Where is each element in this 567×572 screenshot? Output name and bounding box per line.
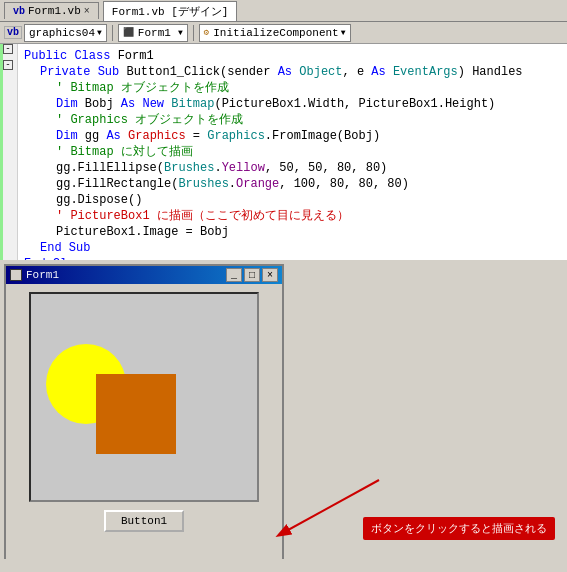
green-bar xyxy=(0,44,3,260)
button1-label: Button1 xyxy=(121,515,167,527)
toolbar-separator xyxy=(112,25,113,41)
dropdown-method-value: InitializeComponent xyxy=(213,27,338,39)
tab-form1-vb[interactable]: vb Form1.vb × xyxy=(4,2,99,19)
form-window-icon xyxy=(10,269,22,281)
form-icon: ⬛ xyxy=(123,27,134,38)
form-panel: Form1 _ □ × Button1 xyxy=(0,260,567,572)
kw-public: Public xyxy=(24,48,67,64)
class-name: Form1 xyxy=(118,48,154,64)
tab-label-design: Form1.vb [デザイン] xyxy=(112,4,229,19)
code-lines: Public Class Form1 Private Sub Button1_C… xyxy=(20,48,567,260)
tab-close-icon[interactable]: × xyxy=(84,6,90,17)
tab-label-form1: Form1.vb xyxy=(28,5,81,17)
minus-icon-sub[interactable]: - xyxy=(3,60,13,70)
dropdown-project[interactable]: graphics04 ▼ xyxy=(24,24,107,42)
editor-toolbar: vb graphics04 ▼ ⬛ Form1 ▼ ⚙ InitializeCo… xyxy=(0,22,567,44)
toolbar-separator2 xyxy=(193,25,194,41)
minus-icon-class[interactable]: - xyxy=(3,44,13,54)
form-title: Form1 xyxy=(26,269,59,281)
method-icon: ⚙ xyxy=(204,27,209,38)
annotation-bubble: ボタンをクリックすると描画される xyxy=(363,517,555,540)
code-line-14: End Class xyxy=(24,256,563,260)
code-line-10: gg.Dispose() xyxy=(24,192,563,208)
code-line-9: gg.FillRectangle(Brushes.Orange, 100, 80… xyxy=(24,176,563,192)
dropdown-project-value: graphics04 xyxy=(29,27,95,39)
chevron-down-icon2: ▼ xyxy=(178,28,183,37)
vb-toolbar-icon: vb xyxy=(4,26,22,39)
vb-icon: vb xyxy=(13,6,25,17)
code-line-5: ' Graphics オブジェクトを作成 xyxy=(24,112,563,128)
form-title-buttons: _ □ × xyxy=(226,268,278,282)
rectangle-shape xyxy=(96,374,176,454)
form-titlebar: Form1 _ □ × xyxy=(6,266,282,284)
dropdown-form-value: Form1 xyxy=(138,27,171,39)
close-button[interactable]: × xyxy=(262,268,278,282)
kw-class: Class xyxy=(74,48,110,64)
button1[interactable]: Button1 xyxy=(104,510,184,532)
minimize-button[interactable]: _ xyxy=(226,268,242,282)
code-line-2: Private Sub Button1_Click(sender As Obje… xyxy=(24,64,563,80)
code-line-12: PictureBox1.Image = Bobj xyxy=(24,224,563,240)
annotation-text: ボタンをクリックすると描画される xyxy=(371,523,547,535)
line-indicator: - - xyxy=(0,44,18,260)
dropdown-method[interactable]: ⚙ InitializeComponent ▼ xyxy=(199,24,351,42)
chevron-down-icon: ▼ xyxy=(97,28,102,37)
code-line-8: gg.FillEllipse(Brushes.Yellow, 50, 50, 8… xyxy=(24,160,563,176)
code-editor[interactable]: - - Public Class Form1 Private Sub Butto… xyxy=(0,44,567,260)
code-line-3: ' Bitmap オブジェクトを作成 xyxy=(24,80,563,96)
dropdown-form[interactable]: ⬛ Form1 ▼ xyxy=(118,24,188,42)
code-line-13: End Sub xyxy=(24,240,563,256)
form-window: Form1 _ □ × Button1 xyxy=(4,264,284,559)
tab-form1-design[interactable]: Form1.vb [デザイン] xyxy=(103,1,238,21)
chevron-down-icon3: ▼ xyxy=(341,28,346,37)
tab-bar: vb Form1.vb × Form1.vb [デザイン] xyxy=(0,0,567,22)
editor-panel: vb Form1.vb × Form1.vb [デザイン] vb graphic… xyxy=(0,0,567,260)
code-line-1: Public Class Form1 xyxy=(24,48,563,64)
picturebox1 xyxy=(29,292,259,502)
code-line-7: ' Bitmap に対して描画 xyxy=(24,144,563,160)
maximize-button[interactable]: □ xyxy=(244,268,260,282)
code-line-11: ' PictureBox1 に描画（ここで初めて目に見える） xyxy=(24,208,563,224)
form-content: Button1 xyxy=(6,284,282,561)
code-line-6: Dim gg As Graphics = Graphics.FromImage(… xyxy=(24,128,563,144)
code-line-4: Dim Bobj As New Bitmap(PictureBox1.Width… xyxy=(24,96,563,112)
